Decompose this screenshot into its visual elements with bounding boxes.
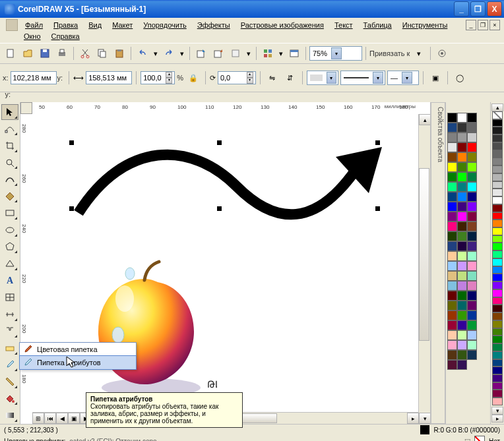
no-color-swatch[interactable] — [492, 111, 503, 119]
smart-fill-tool[interactable] — [1, 189, 18, 204]
shape-tool[interactable] — [1, 121, 18, 137]
mdi-minimize[interactable]: _ — [466, 20, 476, 30]
color-swatch[interactable] — [447, 182, 457, 192]
color-swatch[interactable] — [447, 113, 457, 123]
color-swatch[interactable] — [492, 305, 503, 312]
add-page[interactable]: ▣ — [68, 413, 80, 424]
color-swatch[interactable] — [492, 196, 503, 204]
redo-dd[interactable]: ▾ — [178, 45, 186, 61]
color-swatch[interactable] — [447, 310, 457, 320]
x-field[interactable]: 102,218 мм — [11, 71, 57, 84]
color-swatch[interactable] — [447, 320, 457, 330]
color-swatch[interactable] — [447, 360, 457, 370]
color-swatch[interactable] — [447, 152, 457, 162]
connector-tool[interactable] — [1, 324, 18, 339]
sel-handle-se[interactable] — [375, 206, 380, 211]
color-swatch[interactable] — [447, 123, 457, 132]
print-button[interactable] — [54, 45, 70, 61]
combo3[interactable]: —▾ — [387, 71, 419, 85]
color-swatch[interactable] — [447, 261, 457, 271]
menu-table[interactable]: Таблица — [358, 20, 397, 30]
color-swatch[interactable] — [467, 212, 477, 221]
color-swatch[interactable] — [457, 172, 467, 182]
color-swatch[interactable] — [492, 119, 503, 127]
menu-text[interactable]: Текст — [329, 20, 358, 30]
basic-shapes-tool[interactable] — [1, 256, 18, 272]
wrap-button[interactable]: ▣ — [427, 70, 443, 86]
color-swatch[interactable] — [457, 281, 467, 291]
color-swatch[interactable] — [467, 301, 477, 310]
color-swatch[interactable] — [467, 350, 477, 360]
hscroll-right[interactable]: ▸ — [407, 413, 419, 424]
color-swatch[interactable] — [492, 204, 503, 212]
undo-button[interactable] — [135, 45, 150, 61]
color-swatch[interactable] — [467, 202, 477, 212]
color-swatch[interactable] — [467, 330, 477, 340]
color-swatch[interactable] — [457, 132, 467, 142]
color-swatch[interactable] — [492, 266, 503, 274]
color-swatch[interactable] — [457, 241, 467, 251]
close-button[interactable]: X — [487, 1, 502, 16]
dimension-tool[interactable] — [1, 307, 18, 322]
combo2[interactable]: ▾ — [340, 71, 385, 85]
color-swatch[interactable] — [467, 320, 477, 330]
paste-button[interactable] — [111, 45, 127, 61]
color-swatch[interactable] — [492, 320, 503, 328]
color-swatch[interactable] — [467, 271, 477, 281]
palette-up[interactable]: ▴ — [491, 103, 503, 111]
color-swatch[interactable] — [457, 301, 467, 310]
snap-dd[interactable]: ▾ — [411, 45, 427, 61]
color-swatch[interactable] — [492, 181, 503, 189]
ruler-origin[interactable] — [20, 102, 32, 114]
color-swatch[interactable] — [492, 150, 503, 158]
outline-tool[interactable] — [1, 374, 18, 390]
vscroll-down[interactable]: ▾ — [419, 413, 430, 424]
palette-flyout[interactable]: ▸ — [491, 415, 503, 423]
launcher-dd[interactable]: ▾ — [277, 45, 285, 61]
color-swatch[interactable] — [467, 221, 477, 231]
color-swatch[interactable] — [447, 251, 457, 261]
color-swatch[interactable] — [447, 301, 457, 310]
color-swatch[interactable] — [467, 251, 477, 261]
color-swatch[interactable] — [447, 172, 457, 182]
color-swatch[interactable] — [467, 281, 477, 291]
sel-handle-sw[interactable] — [69, 206, 74, 211]
maximize-button[interactable]: ❐ — [470, 1, 486, 16]
color-swatch[interactable] — [467, 142, 477, 152]
docker-tab-object-props[interactable]: Свойства объекта — [431, 102, 445, 424]
publish-dd[interactable]: ▾ — [245, 45, 253, 61]
color-swatch[interactable] — [467, 132, 477, 142]
menu-window[interactable]: Окно — [18, 31, 46, 42]
color-swatch[interactable] — [447, 142, 457, 152]
color-swatch[interactable] — [492, 328, 503, 336]
color-swatch[interactable] — [457, 182, 467, 192]
color-swatch[interactable] — [492, 367, 503, 374]
menu-edit[interactable]: Правка — [48, 20, 83, 30]
color-swatch[interactable] — [492, 351, 503, 359]
menu-help[interactable]: Справка — [46, 31, 85, 42]
color-swatch[interactable] — [447, 132, 457, 142]
angle-field[interactable]: 0,0▴▾ — [218, 71, 256, 84]
color-swatch[interactable] — [492, 312, 503, 320]
menu-layout[interactable]: Макет — [107, 20, 138, 30]
color-swatch[interactable] — [457, 192, 467, 202]
color-swatch[interactable] — [457, 340, 467, 350]
color-swatch[interactable] — [447, 221, 457, 231]
color-eyedropper-item[interactable]: Цветовая пипетка — [20, 343, 136, 356]
color-swatch[interactable] — [492, 289, 503, 297]
palette-down[interactable]: ▾ — [491, 407, 503, 415]
export-button[interactable] — [210, 45, 226, 61]
cut-button[interactable] — [77, 45, 93, 61]
color-swatch[interactable] — [447, 162, 457, 172]
color-swatch[interactable] — [492, 134, 503, 142]
color-swatch[interactable] — [457, 212, 467, 221]
color-swatch[interactable] — [457, 123, 467, 132]
ellipse-tool[interactable] — [1, 222, 18, 238]
color-swatch[interactable] — [467, 261, 477, 271]
lock-aspect-button[interactable]: 🔒 — [185, 70, 201, 86]
minimize-button[interactable]: _ — [454, 1, 469, 16]
combo1[interactable]: ▾ — [307, 71, 338, 85]
fill-tool[interactable] — [1, 391, 18, 407]
color-swatch[interactable] — [457, 350, 467, 360]
color-swatch[interactable] — [492, 297, 503, 305]
